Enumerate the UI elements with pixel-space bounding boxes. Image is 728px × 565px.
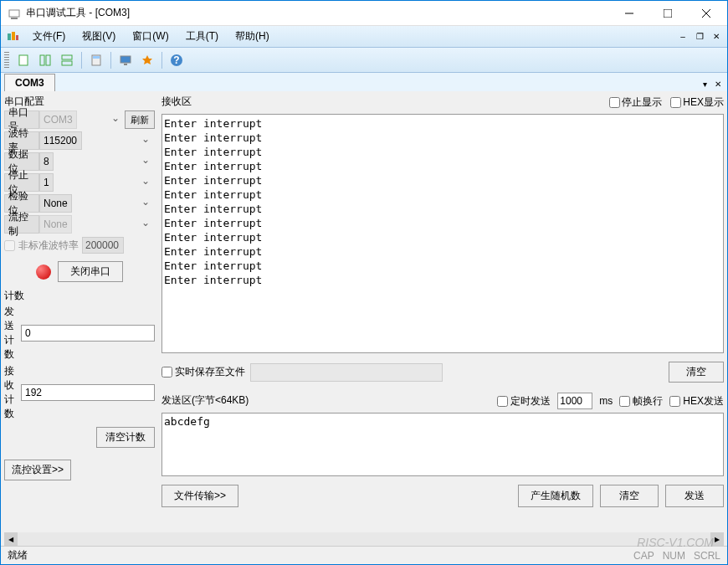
mdi-restore[interactable]: ❐: [692, 30, 707, 44]
app-icon: [8, 7, 21, 20]
recv-clear-button[interactable]: 清空: [669, 362, 724, 383]
status-indicator-icon: [36, 265, 51, 280]
toolbar-monitor-icon[interactable]: [115, 49, 136, 71]
toolbar: ?: [1, 48, 727, 73]
svg-rect-15: [93, 56, 100, 59]
send-count-label: 发送计数: [4, 305, 21, 362]
titlebar: 串口调试工具 - [COM3]: [1, 1, 727, 26]
toolbar-grip: [4, 52, 9, 69]
main-area: 串口配置 串口号 COM3 刷新 波特率 115200 数据位 8 停止位 1 …: [1, 91, 727, 557]
wrap-label: 帧换行: [633, 394, 663, 408]
send-count-input[interactable]: [21, 325, 155, 342]
flowctrl-label: 流控制: [4, 215, 39, 234]
svg-rect-13: [62, 61, 72, 65]
timer-send-label: 定时发送: [510, 394, 551, 408]
menu-tools[interactable]: 工具(T): [177, 27, 227, 46]
watermark: RISC-V1.COM: [637, 536, 714, 549]
svg-rect-8: [16, 35, 18, 40]
svg-rect-0: [9, 10, 19, 17]
recv-textarea[interactable]: Enter interrupt Enter interrupt Enter in…: [161, 114, 724, 353]
hex-send-label: HEX发送: [683, 394, 724, 408]
stop-display-checkbox[interactable]: [609, 97, 620, 108]
scroll-left-icon[interactable]: ◀: [4, 532, 18, 546]
status-num: NUM: [663, 550, 685, 562]
recv-title: 接收区: [161, 95, 609, 109]
tab-close-icon[interactable]: ✕: [712, 78, 724, 90]
svg-rect-11: [46, 55, 50, 65]
flowctrl-select[interactable]: None: [39, 215, 72, 234]
menu-window[interactable]: 窗口(W): [124, 27, 177, 46]
hex-display-checkbox[interactable]: [670, 97, 681, 108]
menu-view[interactable]: 视图(V): [74, 27, 124, 46]
hex-display-label: HEX显示: [683, 95, 724, 110]
left-panel: 串口配置 串口号 COM3 刷新 波特率 115200 数据位 8 停止位 1 …: [4, 95, 155, 553]
flow-settings-button[interactable]: 流控设置>>: [4, 460, 71, 480]
svg-rect-10: [40, 55, 44, 65]
parity-select[interactable]: None: [39, 194, 72, 213]
right-panel: 接收区 停止显示 HEX显示 Enter interrupt Enter int…: [161, 95, 724, 553]
mdi-close[interactable]: ✕: [709, 30, 724, 44]
svg-rect-16: [120, 56, 131, 63]
toolbar-help-icon[interactable]: ?: [166, 49, 187, 71]
save-file-path[interactable]: [250, 363, 443, 382]
minimize-button[interactable]: [610, 1, 649, 26]
close-port-button[interactable]: 关闭串口: [58, 261, 123, 282]
tab-dropdown-icon[interactable]: ▾: [699, 78, 710, 90]
nonstd-checkbox[interactable]: [4, 240, 15, 251]
timer-input[interactable]: [557, 393, 592, 409]
save-file-checkbox[interactable]: [161, 367, 172, 378]
tab-strip: COM3 ▾ ✕: [1, 73, 727, 91]
menu-file[interactable]: 文件(F): [24, 27, 74, 46]
recv-count-input[interactable]: [21, 384, 155, 401]
mdi-minimize[interactable]: –: [675, 30, 690, 44]
svg-text:?: ?: [173, 54, 179, 66]
toolbar-star-icon[interactable]: [136, 49, 158, 71]
send-textarea[interactable]: abcdefg: [161, 413, 724, 476]
status-cap: CAP: [633, 550, 654, 562]
stopbits-select[interactable]: 1: [39, 173, 54, 192]
send-title: 发送区(字节<64KB): [161, 393, 490, 408]
menubar: 文件(F) 视图(V) 窗口(W) 工具(T) 帮助(H) – ❐ ✕: [1, 26, 727, 48]
wrap-checkbox[interactable]: [619, 396, 630, 407]
window-title: 串口调试工具 - [COM3]: [26, 6, 610, 20]
scroll-track[interactable]: [18, 532, 710, 546]
nonstd-input[interactable]: [82, 237, 124, 254]
baud-select[interactable]: 115200: [39, 131, 82, 150]
svg-rect-3: [664, 9, 672, 18]
svg-rect-6: [8, 33, 11, 40]
horizontal-scrollbar[interactable]: ◀ ▶: [4, 532, 724, 546]
send-button[interactable]: 发送: [665, 485, 724, 507]
svg-marker-18: [142, 55, 152, 64]
databits-select[interactable]: 8: [39, 152, 54, 171]
recv-count-label: 接收计数: [4, 364, 21, 421]
nonstd-label: 非标准波特率: [18, 239, 79, 253]
tab-com3[interactable]: COM3: [4, 74, 55, 91]
toolbar-tile-v-icon[interactable]: [56, 49, 78, 71]
send-clear-button[interactable]: 清空: [600, 485, 659, 507]
file-transfer-button[interactable]: 文件传输>>: [161, 485, 238, 507]
toolbar-new-icon[interactable]: [13, 49, 34, 71]
close-button[interactable]: [687, 1, 725, 26]
maximize-button[interactable]: [649, 1, 687, 26]
clear-count-button[interactable]: 清空计数: [96, 427, 155, 448]
random-button[interactable]: 产生随机数: [518, 485, 593, 507]
status-ready: 就绪: [8, 548, 633, 562]
timer-send-checkbox[interactable]: [497, 396, 508, 407]
svg-rect-12: [62, 55, 72, 59]
refresh-button[interactable]: 刷新: [125, 110, 155, 129]
count-title: 计数: [4, 289, 155, 303]
timer-unit: ms: [599, 395, 613, 407]
toolbar-tile-h-icon[interactable]: [34, 49, 56, 71]
svg-rect-17: [124, 64, 127, 65]
svg-rect-7: [12, 32, 15, 40]
svg-rect-1: [11, 18, 18, 19]
menubar-icon: [4, 28, 21, 45]
menu-help[interactable]: 帮助(H): [227, 27, 278, 46]
save-file-label: 实时保存至文件: [175, 365, 245, 379]
stop-display-label: 停止显示: [622, 95, 662, 110]
toolbar-calc-icon[interactable]: [85, 49, 107, 71]
hex-send-checkbox[interactable]: [669, 396, 680, 407]
status-scrl: SCRL: [694, 550, 720, 562]
port-select[interactable]: COM3: [39, 110, 77, 129]
svg-rect-9: [19, 55, 28, 65]
